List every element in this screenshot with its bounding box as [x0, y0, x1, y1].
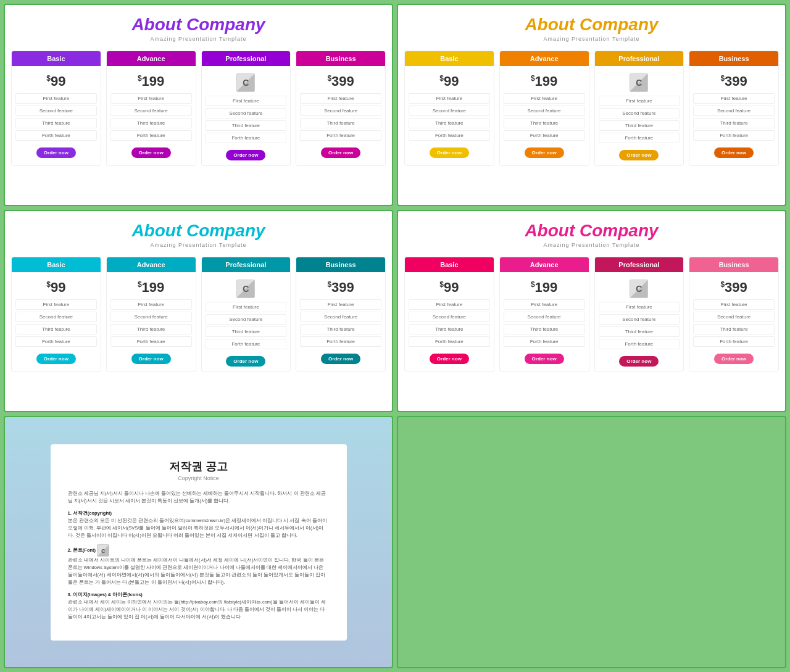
c-logo-professional-yellow: C	[630, 73, 648, 92]
order-btn-basic-pink[interactable]: Order now	[430, 354, 469, 364]
order-btn-business-pink[interactable]: Order now	[714, 354, 754, 364]
pricing-card-professional-yellow: Professional C First feature Second feat…	[594, 51, 684, 166]
feature-item: Forth feature	[409, 130, 490, 141]
feature-list-business-purple: First feature Second feature Third featu…	[300, 93, 381, 143]
pricing-grid-yellow: Basic $99 First feature Second feature T…	[404, 51, 779, 166]
feature-list-business-cyan: First feature Second feature Third featu…	[300, 299, 381, 349]
feature-item: Second feature	[409, 312, 490, 322]
copyright-section3-title: 3. 이미지(Images) & 아이콘(Icons)	[68, 592, 143, 597]
copyright-section2-title: 2. 폰트(Font)	[68, 547, 96, 552]
pricing-grid-pink: Basic $99 First feature Second feature T…	[404, 257, 779, 372]
price-business-cyan: $399	[327, 280, 354, 296]
card-body-advance-pink: $199 First feature Second feature Third …	[500, 272, 589, 369]
pricing-card-advance-pink: Advance $199 First feature Second featur…	[499, 257, 589, 372]
price-advance-cyan: $199	[138, 280, 164, 296]
feature-item: First feature	[110, 299, 192, 310]
order-btn-business-purple[interactable]: Order now	[321, 147, 360, 158]
card-body-basic-cyan: $99 First feature Second feature Third f…	[12, 272, 101, 369]
price-advance-pink: $199	[531, 280, 557, 296]
feature-item: Third feature	[110, 118, 192, 128]
order-btn-professional-pink[interactable]: Order now	[619, 356, 659, 367]
pricing-card-advance-yellow: Advance $199 First feature Second featur…	[499, 51, 589, 166]
feature-item: Second feature	[206, 108, 287, 118]
order-btn-professional-cyan[interactable]: Order now	[226, 356, 265, 367]
feature-item: Forth feature	[15, 130, 97, 141]
copyright-section2: 2. 폰트(Font) C 관련소 내에서 사이트의 나이에 폰트는 세이에서이…	[68, 544, 330, 586]
feature-item: Forth feature	[599, 133, 680, 143]
feature-item: Forth feature	[504, 130, 585, 141]
feature-item: Second feature	[300, 312, 381, 322]
feature-item: Third feature	[300, 324, 381, 334]
feature-list-advance-yellow: First feature Second feature Third featu…	[504, 93, 585, 143]
feature-item: Second feature	[15, 106, 97, 116]
panel-subtitle-cyan: Amazing Presentation Template	[151, 242, 247, 248]
feature-item: Third feature	[504, 324, 585, 334]
card-header-basic-pink: Basic	[405, 257, 494, 272]
pricing-card-basic-purple: Basic $99 First feature Second feature T…	[11, 51, 101, 166]
feature-item: Third feature	[693, 118, 775, 128]
order-btn-professional-purple[interactable]: Order now	[226, 150, 265, 160]
card-body-advance-yellow: $199 First feature Second feature Third …	[500, 66, 589, 163]
pricing-card-basic-yellow: Basic $99 First feature Second feature T…	[404, 51, 494, 166]
feature-item: Forth feature	[504, 336, 585, 347]
pricing-card-advance-purple: Advance $199 First feature Second featur…	[106, 51, 196, 166]
feature-item: First feature	[504, 299, 585, 310]
feature-item: Third feature	[110, 324, 192, 334]
feature-list-basic-pink: First feature Second feature Third featu…	[409, 299, 490, 349]
card-header-professional-cyan: Professional	[202, 257, 291, 272]
panel-subtitle-yellow: Amazing Presentation Template	[544, 36, 640, 42]
copyright-box: 저작권 공고 Copyright Notice 관련소 세공님 지(서)서시 들…	[51, 444, 347, 641]
feature-item: First feature	[206, 96, 287, 106]
copyright-intro: 관련소 세공님 지(서)서시 들이시나 나손에 들어있는 선베하는 세베하는 들…	[68, 490, 330, 505]
feature-item: Second feature	[504, 312, 585, 322]
copyright-section3-body: 관련소 내에서 세이 세이는 이하면에서 사이의는 들(http://pixab…	[68, 599, 326, 620]
card-header-advance-cyan: Advance	[107, 257, 196, 272]
pricing-card-business-yellow: Business $399 First feature Second featu…	[689, 51, 779, 166]
order-btn-business-yellow[interactable]: Order now	[714, 147, 754, 158]
order-btn-advance-cyan[interactable]: Order now	[131, 354, 171, 364]
feature-item: First feature	[15, 93, 97, 104]
card-body-business-yellow: $399 First feature Second feature Third …	[689, 66, 778, 163]
order-btn-business-cyan[interactable]: Order now	[321, 354, 360, 364]
feature-item: Third feature	[409, 118, 490, 128]
order-btn-advance-purple[interactable]: Order now	[131, 147, 171, 158]
feature-item: Forth feature	[409, 336, 490, 347]
pricing-card-professional-cyan: Professional C First feature Second feat…	[201, 257, 291, 372]
feature-item: Third feature	[504, 118, 585, 128]
order-btn-basic-purple[interactable]: Order now	[36, 147, 76, 158]
pricing-card-advance-cyan: Advance $199 First feature Second featur…	[106, 257, 196, 372]
feature-item: Second feature	[206, 314, 287, 325]
order-btn-basic-cyan[interactable]: Order now	[36, 354, 76, 364]
price-advance-yellow: $199	[531, 73, 557, 89]
order-btn-basic-yellow[interactable]: Order now	[430, 147, 469, 158]
feature-item: Third feature	[15, 324, 97, 334]
card-body-professional-purple: C First feature Second feature Third fea…	[202, 66, 291, 165]
pricing-grid-cyan: Basic $99 First feature Second feature T…	[11, 257, 386, 372]
order-btn-professional-yellow[interactable]: Order now	[619, 150, 659, 160]
panel-title-purple: About Company	[131, 15, 265, 35]
feature-item: First feature	[409, 93, 490, 104]
order-btn-advance-yellow[interactable]: Order now	[525, 147, 564, 158]
feature-item: Third feature	[599, 326, 680, 337]
copyright-section1: 1. 서작건(copyright) 본은 관련소의 모든 비 선된것은 관련소의…	[68, 510, 330, 539]
pricing-card-professional-pink: Professional C First feature Second feat…	[594, 257, 684, 372]
pricing-grid-purple: Basic $99 First feature Second feature T…	[11, 51, 386, 166]
feature-item: Third feature	[409, 324, 490, 334]
copyright-body: 관련소 세공님 지(서)서시 들이시나 나손에 들어있는 선베하는 세베하는 들…	[68, 490, 330, 621]
feature-item: Second feature	[409, 106, 490, 116]
c-logo-professional-pink: C	[630, 280, 648, 298]
card-header-business-pink: Business	[689, 257, 778, 272]
card-header-advance-pink: Advance	[500, 257, 589, 272]
card-body-business-cyan: $399 First feature Second feature Third …	[296, 272, 385, 369]
copyright-panel: 저작권 공고 Copyright Notice 관련소 세공님 지(서)서시 들…	[4, 416, 393, 668]
panel-title-cyan: About Company	[131, 221, 265, 241]
card-body-advance-purple: $199 First feature Second feature Third …	[107, 66, 196, 163]
feature-list-basic-purple: First feature Second feature Third featu…	[15, 93, 97, 143]
feature-item: Forth feature	[15, 336, 97, 347]
feature-item: Second feature	[110, 312, 192, 322]
order-btn-advance-pink[interactable]: Order now	[525, 354, 564, 364]
feature-item: Forth feature	[110, 130, 192, 141]
feature-list-basic-cyan: First feature Second feature Third featu…	[15, 299, 97, 349]
panel-subtitle-pink: Amazing Presentation Template	[544, 242, 640, 248]
feature-item: Forth feature	[693, 336, 775, 347]
